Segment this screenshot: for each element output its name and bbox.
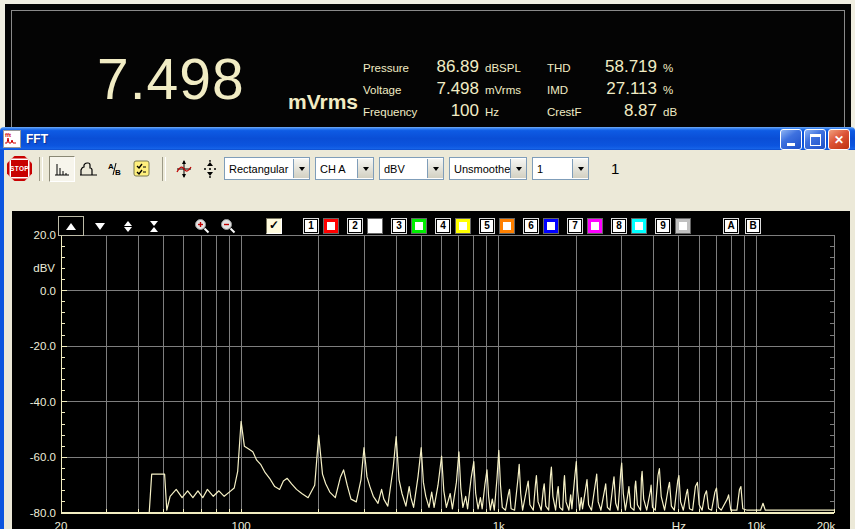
svg-text:A: A xyxy=(108,162,114,171)
octave-bars-icon xyxy=(80,161,98,177)
channel-select[interactable]: CH A xyxy=(315,157,374,180)
window-function-select[interactable]: Rectangular xyxy=(224,157,310,180)
stop-label: STOP xyxy=(10,165,29,172)
thd-unit: % xyxy=(663,62,689,74)
curve-7-color-swatch[interactable] xyxy=(588,219,602,233)
chevron-down-icon[interactable] xyxy=(427,159,443,178)
curve-8-button[interactable]: 8 xyxy=(612,219,626,233)
fft-window: fft FFT ✕ STOP xyxy=(0,127,855,529)
marker-checkbox[interactable]: ✓ xyxy=(266,218,282,234)
curve-2-button[interactable]: 2 xyxy=(348,219,362,233)
pressure-label: Pressure xyxy=(363,62,425,74)
meter-big-unit: mVrms xyxy=(288,90,358,114)
crestf-unit: dB xyxy=(663,106,689,118)
curve-2-color-swatch[interactable] xyxy=(368,219,382,233)
curve-slots: 123456789 xyxy=(304,219,700,233)
curve-5-color-swatch[interactable] xyxy=(500,219,514,233)
meter-panel: 7.498 mVrms Pressure 86.89 dBSPL THD 58.… xyxy=(5,4,851,127)
expand-vertical-button[interactable] xyxy=(118,218,138,234)
chevron-down-icon[interactable] xyxy=(357,159,373,178)
smoothing-select[interactable]: Unsmoothed xyxy=(449,157,527,180)
x-tick-label: 20 xyxy=(55,520,68,529)
check-icon: ✓ xyxy=(269,218,279,232)
curve-8-color-swatch[interactable] xyxy=(632,219,646,233)
x-tick-label: 1k xyxy=(493,520,505,529)
pressure-unit: dBSPL xyxy=(485,62,541,74)
zoom-out-button[interactable] xyxy=(218,218,238,234)
minimize-button[interactable] xyxy=(780,129,802,150)
fft-window-body: STOP A xyxy=(0,150,855,529)
curve-3-button[interactable]: 3 xyxy=(392,219,406,233)
axis-sine-icon xyxy=(175,160,193,178)
y-tick-label: -60.0 xyxy=(30,451,56,463)
imd-unit: % xyxy=(663,84,689,96)
curve-9-button[interactable]: 9 xyxy=(656,219,670,233)
compress-vertical-button[interactable] xyxy=(144,218,164,234)
chevron-down-icon[interactable] xyxy=(293,159,309,178)
curve-6-button[interactable]: 6 xyxy=(524,219,538,233)
voltage-value: 7.498 xyxy=(431,79,479,99)
spectrum-curve xyxy=(61,421,834,513)
fft-icon-text: fft xyxy=(5,132,11,138)
zoom-in-button[interactable] xyxy=(192,218,212,234)
pan-down-button[interactable] xyxy=(90,218,110,234)
minimize-icon xyxy=(787,143,795,146)
curve-1-color-swatch[interactable] xyxy=(324,219,338,233)
average-count-readout: 1 xyxy=(611,160,619,177)
fft-plot[interactable]: 20.00.0-20.0-40.0-60.0-80.0dBV201001k10k… xyxy=(12,211,850,529)
channel-value: CH A xyxy=(316,163,357,175)
chevron-down-icon[interactable] xyxy=(572,159,588,178)
voltage-unit: mVrms xyxy=(485,84,541,96)
meter-readout-table: Pressure 86.89 dBSPL THD 58.719 % Voltag… xyxy=(363,57,689,121)
fit-vertical-button[interactable] xyxy=(198,157,222,181)
voltage-label: Voltage xyxy=(363,84,425,96)
close-button[interactable]: ✕ xyxy=(828,129,850,150)
maximize-icon xyxy=(810,134,821,146)
curve-4-button[interactable]: 4 xyxy=(436,219,450,233)
fft-plot-panel: ✓ 123456789 A B 20.00.0-20.0-40.0-60.0-8… xyxy=(12,211,850,529)
averaging-value: 1 xyxy=(533,163,572,175)
toolbar-separator xyxy=(39,157,43,181)
crestf-value: 8.87 xyxy=(599,101,657,121)
spectrum-mode-button[interactable] xyxy=(49,156,75,182)
pan-up-button[interactable] xyxy=(58,216,84,236)
y-tick-label: -40.0 xyxy=(30,396,56,408)
frequency-unit: Hz xyxy=(485,106,541,118)
close-icon: ✕ xyxy=(834,134,844,146)
imd-label: IMD xyxy=(547,84,593,96)
y-tick-label: -20.0 xyxy=(30,340,56,352)
unit-select[interactable]: dBV xyxy=(379,157,444,180)
x-tick-label: 10k xyxy=(747,520,766,529)
overlay-b-button[interactable]: B xyxy=(746,219,760,233)
pressure-value: 86.89 xyxy=(431,57,479,77)
smoothing-value: Unsmoothed xyxy=(450,163,510,175)
crestf-label: CrestF xyxy=(547,106,593,118)
fft-toolbar: STOP A xyxy=(4,150,855,187)
spectrum-bars-icon xyxy=(54,161,70,177)
meter-big-value: 7.498 xyxy=(97,46,245,112)
octave-mode-button[interactable] xyxy=(77,157,101,181)
curve-1-button[interactable]: 1 xyxy=(304,219,318,233)
y-tick-label: -80.0 xyxy=(30,507,56,519)
titlebar[interactable]: fft FFT ✕ xyxy=(0,127,855,150)
curve-9-color-swatch[interactable] xyxy=(676,219,690,233)
compress-icon xyxy=(150,221,158,232)
averaging-select[interactable]: 1 xyxy=(532,157,589,180)
settings-button[interactable] xyxy=(129,157,153,181)
signal-cursor-button[interactable] xyxy=(172,157,196,181)
curve-6-color-swatch[interactable] xyxy=(544,219,558,233)
stop-button[interactable]: STOP xyxy=(7,156,32,181)
x-tick-label: 100 xyxy=(232,520,251,529)
thd-label: THD xyxy=(547,62,593,74)
curve-3-color-swatch[interactable] xyxy=(412,219,426,233)
curve-5-button[interactable]: 5 xyxy=(480,219,494,233)
curve-7-button[interactable]: 7 xyxy=(568,219,582,233)
chevron-down-icon[interactable] xyxy=(510,159,526,178)
triangle-up-icon xyxy=(66,223,76,230)
curve-4-color-swatch[interactable] xyxy=(456,219,470,233)
ab-compare-button[interactable]: A B xyxy=(103,157,127,181)
overlay-a-button[interactable]: A xyxy=(724,219,738,233)
zoom-out-icon xyxy=(220,218,236,234)
maximize-button[interactable] xyxy=(804,129,826,150)
thd-value: 58.719 xyxy=(599,57,657,77)
